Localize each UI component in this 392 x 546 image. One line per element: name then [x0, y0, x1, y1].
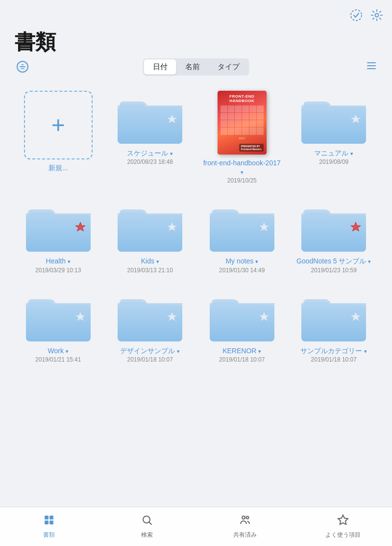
folder-icon-goodnotes5 [299, 199, 368, 253]
folder-label-kerenor: KERENOR ▾ [222, 346, 261, 355]
sort-tab-date[interactable]: 日付 [144, 59, 176, 75]
folder-item-sample-cat[interactable]: サンプルカテゴリー ▾ 2019/01/18 10:07 [291, 284, 378, 368]
check-circle-icon[interactable] [349, 8, 364, 23]
folder-label-health: Health ▾ [46, 257, 71, 265]
svg-marker-47 [338, 515, 348, 524]
search-icon [141, 514, 153, 529]
nav-item-favorites[interactable]: よく使う項目 [323, 514, 363, 539]
list-view-icon[interactable] [366, 60, 377, 74]
sort-tabs: 日付 名前 タイプ [143, 58, 249, 76]
folder-label-work: Work ▾ [48, 346, 69, 355]
folder-icon-health [24, 199, 93, 253]
folder-item-kids[interactable]: Kids ▾ 2019/03/13 21:10 [107, 194, 194, 278]
folder-date-work: 2019/01/21 15:41 [35, 356, 81, 363]
folder-date-design-sample: 2019/01/18 10:07 [127, 356, 173, 363]
folder-date-manual: 2019/08/09 [319, 158, 348, 165]
svg-rect-42 [49, 520, 53, 524]
svg-rect-10 [118, 107, 182, 144]
folder-icon-sample-cat [299, 288, 368, 342]
folder-label-kids: Kids ▾ [141, 257, 159, 265]
svg-rect-40 [49, 516, 53, 520]
folder-item-work[interactable]: Work ▾ 2019/01/21 15:41 [15, 284, 102, 368]
svg-rect-25 [301, 215, 366, 252]
folder-icon-design-sample [116, 288, 184, 342]
svg-rect-28 [26, 305, 91, 341]
settings-icon[interactable] [369, 8, 384, 23]
nav-label-favorites: よく使う項目 [325, 531, 361, 539]
nav-item-shared[interactable]: 共有済み [225, 514, 265, 539]
svg-rect-31 [118, 305, 182, 341]
nav-item-search[interactable]: 検索 [127, 514, 167, 539]
folder-icon-schedule [116, 91, 184, 145]
sort-tab-type[interactable]: タイプ [209, 59, 248, 75]
nav-label-search: 検索 [141, 531, 153, 539]
folder-date-kerenor: 2019/01/18 10:07 [219, 356, 265, 363]
star-nav-icon [337, 514, 349, 529]
folder-date-goodnotes5: 2019/01/23 10:59 [311, 267, 357, 274]
folder-label-new: 新規... [49, 163, 68, 172]
folder-grid: + 新規... スケジュール ▾ 2020/08 [10, 81, 382, 373]
svg-rect-39 [45, 516, 49, 520]
folder-item-manual[interactable]: マニュアル ▾ 2019/08/09 [291, 86, 378, 189]
folder-date-front-end-handbook: 2019/10/25 [227, 177, 257, 184]
folder-item-health[interactable]: Health ▾ 2019/03/29 10:13 [15, 194, 102, 278]
svg-point-0 [351, 10, 362, 21]
folder-item-new[interactable]: + 新規... [15, 86, 102, 189]
svg-rect-19 [118, 215, 182, 252]
folder-label-my-notes: My notes ▾ [225, 257, 258, 265]
folder-icon-my-notes [208, 199, 276, 253]
svg-point-45 [242, 516, 245, 519]
folder-date-sample-cat: 2019/01/18 10:07 [311, 356, 357, 363]
toolbar: 日付 名前 タイプ [15, 59, 377, 75]
folder-label-manual: マニュアル ▾ [314, 149, 353, 157]
folder-label-front-end-handbook: front-end-handbook-2017 ▾ [201, 158, 283, 176]
folder-icon-manual [299, 91, 368, 145]
svg-rect-22 [210, 215, 274, 252]
plus-icon: + [51, 113, 65, 137]
folder-date-kids: 2019/03/13 21:10 [127, 267, 173, 274]
folder-label-goodnotes5: GoodNotes 5 サンプル ▾ [296, 257, 371, 265]
folder-date-my-notes: 2019/01/30 14:49 [219, 267, 265, 274]
svg-rect-41 [45, 520, 49, 524]
folder-date-health: 2019/03/29 10:13 [35, 267, 81, 274]
folder-icon-kerenor [208, 288, 276, 342]
svg-rect-16 [26, 215, 91, 252]
sort-tab-name[interactable]: 名前 [176, 59, 209, 75]
folder-item-schedule[interactable]: スケジュール ▾ 2020/08/23 18:48 [107, 86, 194, 189]
svg-rect-13 [301, 107, 366, 144]
bottom-nav: 書類 検索 共有済み よく使う項目 [0, 507, 392, 546]
svg-point-1 [375, 14, 379, 17]
nav-item-docs[interactable]: 書類 [29, 514, 69, 539]
folder-item-goodnotes5[interactable]: GoodNotes 5 サンプル ▾ 2019/01/23 10:59 [291, 194, 378, 278]
nav-label-shared: 共有済み [233, 531, 257, 539]
folder-item-kerenor[interactable]: KERENOR ▾ 2019/01/18 10:07 [198, 284, 286, 368]
people-icon [239, 514, 251, 529]
nav-label-docs: 書類 [43, 531, 55, 539]
svg-line-44 [149, 522, 152, 525]
svg-rect-37 [301, 305, 366, 341]
new-folder-button[interactable]: + [24, 91, 93, 159]
page-title: 書類 [15, 28, 56, 56]
folder-label-schedule: スケジュール ▾ [127, 149, 173, 157]
folder-icon-kids [116, 199, 184, 253]
folder-date-schedule: 2020/08/23 18:48 [127, 158, 173, 165]
grid-icon [43, 514, 55, 529]
folder-item-my-notes[interactable]: My notes ▾ 2019/01/30 14:49 [198, 194, 286, 278]
folder-icon-work [24, 288, 93, 342]
folder-label-design-sample: デザインサンプル ▾ [120, 346, 180, 355]
svg-rect-34 [210, 305, 274, 341]
filter-icon[interactable] [15, 59, 30, 75]
svg-point-46 [246, 517, 249, 519]
folder-item-design-sample[interactable]: デザインサンプル ▾ 2019/01/18 10:07 [107, 284, 194, 368]
folder-item-front-end-handbook[interactable]: FRONT-ENDHANDBOOK 2017 PRESENTED BYFront… [198, 86, 286, 189]
folder-label-sample-cat: サンプルカテゴリー ▾ [300, 346, 367, 355]
